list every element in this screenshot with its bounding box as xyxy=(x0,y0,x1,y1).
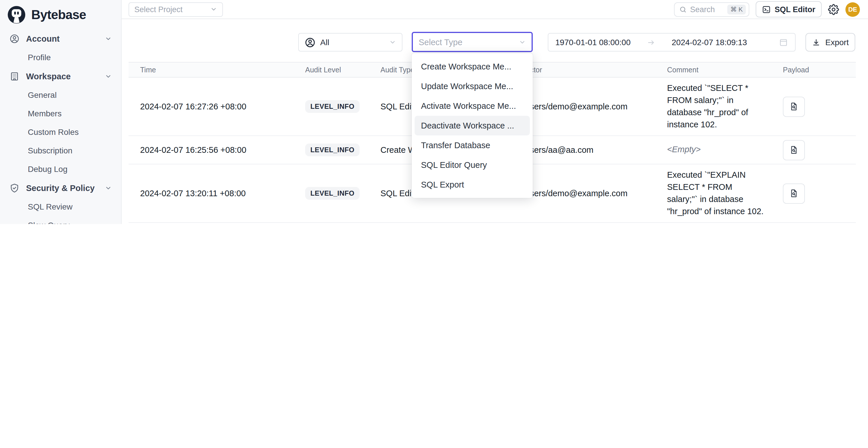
cell-time: 2024-02-07 16:25:56 +08:00 xyxy=(129,145,293,155)
terminal-icon xyxy=(762,5,770,13)
person-circle-icon xyxy=(305,37,316,48)
sidebar-group-label: Workspace xyxy=(26,71,71,81)
type-filter-dropdown[interactable]: Select Type xyxy=(412,32,533,52)
search-input[interactable]: Search ⌘ K xyxy=(674,2,749,17)
sidebar-item-custom-roles[interactable]: Custom Roles xyxy=(5,123,116,141)
sidebar-item-slow-query[interactable]: Slow Query xyxy=(5,216,116,224)
shield-check-icon xyxy=(9,183,20,193)
chevron-down-icon xyxy=(389,39,396,46)
sidebar-item-sql-review[interactable]: SQL Review xyxy=(5,197,116,216)
payload-view-button[interactable] xyxy=(783,183,805,203)
gear-icon[interactable] xyxy=(828,4,839,15)
menu-item-update-workspace-member[interactable]: Update Workspace Me... xyxy=(414,76,530,96)
topbar: Select Project Search ⌘ K SQL Editor DE xyxy=(122,0,868,19)
sidebar-item-debug-log[interactable]: Debug Log xyxy=(5,160,116,178)
col-header-time: Time xyxy=(129,66,293,74)
bytebase-logo-icon xyxy=(7,5,26,24)
actor-filter-dropdown[interactable]: All xyxy=(298,33,402,52)
menu-item-sql-editor-query[interactable]: SQL Editor Query xyxy=(414,155,530,175)
payload-view-button[interactable] xyxy=(783,140,805,160)
date-from-value: 1970-01-01 08:00:00 xyxy=(555,38,630,47)
export-button[interactable]: Export xyxy=(805,33,855,52)
audit-level-badge: LEVEL_INFO xyxy=(305,187,360,200)
type-filter-menu: Create Workspace Me... Update Workspace … xyxy=(412,53,533,198)
sidebar-nav: Account Profile Workspace General Member… xyxy=(0,27,121,224)
menu-item-deactivate-workspace-member[interactable]: Deactivate Workspace ... xyxy=(414,116,530,135)
avatar[interactable]: DE xyxy=(845,2,860,17)
cell-comment: Executed `"EXPLAIN SELECT * FROM salary;… xyxy=(655,169,771,218)
sql-editor-button[interactable]: SQL Editor xyxy=(755,1,822,18)
sql-editor-label: SQL Editor xyxy=(774,5,815,13)
sidebar-group-label: Account xyxy=(26,34,60,43)
export-label: Export xyxy=(826,38,849,47)
search-placeholder: Search xyxy=(690,5,724,13)
select-project-placeholder: Select Project xyxy=(134,5,183,13)
menu-item-sql-export[interactable]: SQL Export xyxy=(414,175,530,194)
type-filter-placeholder: Select Type xyxy=(418,37,519,46)
sidebar-group-label: Security & Policy xyxy=(26,183,95,192)
cell-comment: Executed `"SELECT * FROM salary;"` in da… xyxy=(655,82,771,131)
app-window: Bytebase Account Profile Workspace Gener… xyxy=(0,0,868,224)
actor-filter-value: All xyxy=(320,38,384,47)
sidebar-item-general[interactable]: General xyxy=(5,86,116,104)
menu-item-create-workspace-member[interactable]: Create Workspace Me... xyxy=(414,57,530,76)
menu-item-transfer-database[interactable]: Transfer Database xyxy=(414,135,530,155)
cell-actor: users/demo@example.com xyxy=(514,102,655,111)
chevron-down-icon xyxy=(105,73,112,79)
col-header-audit-level: Audit Level xyxy=(293,66,369,74)
main-content: Select Project Search ⌘ K SQL Editor DE … xyxy=(122,0,868,224)
col-header-payload: Payload xyxy=(771,66,856,74)
payload-view-button[interactable] xyxy=(783,96,805,117)
chevron-down-icon xyxy=(210,6,217,13)
search-icon xyxy=(679,5,686,13)
file-search-icon xyxy=(789,145,799,155)
sidebar-group-workspace[interactable]: Workspace xyxy=(5,67,116,86)
chevron-down-icon xyxy=(519,38,526,45)
select-project-dropdown[interactable]: Select Project xyxy=(129,2,223,17)
file-search-icon xyxy=(789,102,799,111)
file-search-icon xyxy=(789,189,799,198)
building-icon xyxy=(9,71,20,81)
chevron-down-icon xyxy=(105,184,112,191)
audit-level-badge: LEVEL_INFO xyxy=(305,143,360,156)
date-range-picker[interactable]: 1970-01-01 08:00:00 2024-02-07 18:09:13 xyxy=(548,33,796,52)
search-shortcut-badge: ⌘ K xyxy=(727,4,746,14)
sidebar-group-security-policy[interactable]: Security & Policy xyxy=(5,178,116,197)
cell-comment: <Empty> xyxy=(655,144,771,156)
calendar-icon xyxy=(779,38,788,47)
brand[interactable]: Bytebase xyxy=(0,0,121,27)
menu-item-activate-workspace-member[interactable]: Activate Workspace Me... xyxy=(414,96,530,116)
cell-actor: users/aa@aa.com xyxy=(514,145,655,155)
sidebar-item-subscription[interactable]: Subscription xyxy=(5,141,116,160)
date-to-value: 2024-02-07 18:09:13 xyxy=(672,38,747,47)
table-row: 2024-02-07 13:19:53 +08:00 LEVEL_INFO SQ… xyxy=(129,223,856,224)
sidebar-item-members[interactable]: Members xyxy=(5,104,116,123)
brand-name: Bytebase xyxy=(31,7,86,22)
download-icon xyxy=(812,38,821,46)
user-circle-icon xyxy=(9,33,20,44)
cell-time: 2024-02-07 16:27:26 +08:00 xyxy=(129,102,293,111)
col-header-comment: Comment xyxy=(655,66,771,74)
sidebar-group-account[interactable]: Account xyxy=(5,29,116,48)
cell-time: 2024-02-07 13:20:11 +08:00 xyxy=(129,189,293,198)
sidebar-item-profile[interactable]: Profile xyxy=(5,48,116,67)
col-header-actor: Actor xyxy=(514,66,655,74)
sidebar: Bytebase Account Profile Workspace Gener… xyxy=(0,0,122,224)
chevron-down-icon xyxy=(105,35,112,42)
arrow-right-icon xyxy=(647,38,655,46)
cell-actor: users/demo@example.com xyxy=(514,189,655,198)
audit-level-badge: LEVEL_INFO xyxy=(305,100,360,113)
